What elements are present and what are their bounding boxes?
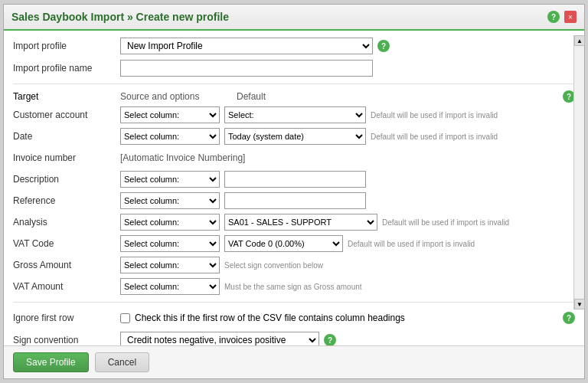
vat-code-label: VAT Code (13, 238, 120, 249)
vat-code-source-select[interactable]: Select column: (120, 235, 220, 252)
mapping-row-gross: Gross Amount Select column: Select sign … (13, 256, 575, 274)
main-content: Import profile New Import Profile ? Impo… (4, 31, 584, 345)
save-profile-button[interactable]: Save Profile (13, 352, 89, 372)
mapping-row-analysis: Analysis Select column: SA01 - SALES - S… (13, 213, 575, 231)
vat-amount-source-select[interactable]: Select column: (120, 278, 220, 295)
scrollbar[interactable]: ▲ ▼ (573, 35, 584, 309)
reference-default-input[interactable] (224, 192, 366, 209)
title-help-icon[interactable]: ? (547, 11, 560, 23)
th-source: Source and options (120, 91, 227, 102)
reference-source-select[interactable]: Select column: (120, 192, 220, 209)
date-source-select[interactable]: Select column: (120, 128, 220, 145)
description-source-select[interactable]: Select column: (120, 171, 220, 188)
close-button[interactable]: × (564, 11, 577, 23)
import-profile-input-col: New Import Profile ? (120, 38, 575, 54)
mapping-row-vat-code: VAT Code Select column: VAT Code 0 (0.00… (13, 234, 575, 253)
analysis-label: Analysis (13, 217, 120, 228)
th-default: Default (237, 91, 390, 102)
th-target: Target (13, 91, 120, 102)
title-icons: ? × (547, 11, 577, 23)
description-label: Description (13, 174, 120, 185)
ignore-first-row-row: Ignore first row Check this if the first… (13, 309, 575, 327)
import-profile-help-icon[interactable]: ? (377, 40, 390, 52)
sign-convention-input-col: Credit notes negative, invoices positive… (120, 332, 575, 345)
mapping-row-description: Description Select column: (13, 170, 575, 188)
analysis-source-select[interactable]: Select column: (120, 214, 220, 231)
sign-convention-help-icon[interactable]: ? (324, 334, 336, 345)
vat-code-hint: Default will be used if import is invali… (348, 240, 575, 248)
action-bar: Save Profile Cancel (4, 345, 584, 378)
scroll-down-arrow[interactable]: ▼ (574, 299, 585, 309)
vat-amount-hint: Must be the same sign as Gross amount (224, 283, 575, 291)
description-default-input[interactable] (224, 171, 366, 188)
date-hint: Default will be used if import is invali… (371, 133, 575, 141)
import-profile-label: Import profile (13, 41, 120, 51)
date-default-select[interactable]: Today (system date) (224, 128, 366, 145)
cancel-button[interactable]: Cancel (95, 352, 149, 372)
title-bar: Sales Daybook Import » Create new profil… (4, 5, 584, 31)
customer-label: Customer account (13, 110, 120, 120)
import-profile-name-input-col (120, 60, 575, 77)
table-headers: Target Source and options Default ? (13, 90, 575, 103)
mapping-row-customer: Customer account Select column: Select: … (13, 106, 575, 124)
ignore-first-row-checkbox-col: Check this if the first row of the CSV f… (120, 312, 575, 324)
analysis-default-select[interactable]: SA01 - SALES - SUPPORT (224, 214, 377, 231)
import-profile-name-row: Import profile name (13, 59, 575, 77)
customer-hint: Default will be used if import is invali… (371, 111, 575, 119)
ignore-first-row-help-icon[interactable]: ? (563, 312, 575, 324)
import-profile-name-label: Import profile name (13, 63, 120, 74)
invoice-static: [Automatic Invoice Numbering] (120, 152, 245, 163)
gross-label: Gross Amount (13, 260, 120, 270)
mapping-row-reference: Reference Select column: (13, 192, 575, 210)
import-profile-row: Import profile New Import Profile ? (13, 37, 575, 55)
import-profile-select[interactable]: New Import Profile (120, 38, 373, 54)
gross-source-select[interactable]: Select column: (120, 257, 220, 273)
vat-code-default-select[interactable]: VAT Code 0 (0.00%) (224, 235, 343, 252)
vat-amount-label: VAT Amount (13, 281, 120, 292)
customer-source-select[interactable]: Select column: (120, 106, 220, 123)
sign-convention-select[interactable]: Credit notes negative, invoices positive (120, 332, 319, 345)
ignore-first-row-hint: Check this if the first row of the CSV f… (135, 313, 405, 323)
reference-label: Reference (13, 195, 120, 206)
gross-hint: Select sign convention below (224, 261, 575, 270)
import-profile-name-input[interactable] (120, 60, 373, 77)
customer-default-select[interactable]: Select: (224, 106, 366, 123)
sign-convention-row: Sign convention Credit notes negative, i… (13, 331, 575, 345)
mapping-row-date: Date Select column: Today (system date) … (13, 127, 575, 146)
ignore-first-row-label: Ignore first row (13, 313, 120, 323)
dialog-title: Sales Daybook Import » Create new profil… (11, 11, 229, 23)
invoice-label: Invoice number (13, 152, 120, 163)
scroll-up-arrow[interactable]: ▲ (574, 35, 585, 46)
mapping-row-invoice: Invoice number [Automatic Invoice Number… (13, 149, 575, 167)
mapping-row-vat-amount: VAT Amount Select column: Must be the sa… (13, 277, 575, 296)
date-label: Date (13, 131, 120, 142)
dialog: Sales Daybook Import » Create new profil… (3, 4, 585, 379)
analysis-hint: Default will be used if import is invali… (382, 218, 575, 227)
ignore-first-row-checkbox[interactable] (120, 313, 130, 323)
sign-convention-label: Sign convention (13, 335, 120, 345)
